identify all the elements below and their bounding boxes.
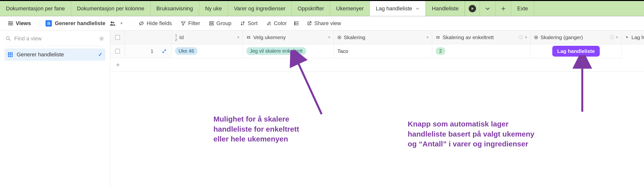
expand-header	[157, 30, 172, 44]
svg-point-1	[111, 22, 112, 24]
column-label: Velg ukemeny	[253, 34, 286, 40]
tab-lag-handleliste[interactable]: Lag handleliste	[370, 1, 426, 16]
tab-label: Ukemenyer	[336, 6, 364, 12]
hide-fields-button[interactable]: Hide fields	[135, 19, 176, 28]
filter-button[interactable]: Filter	[177, 19, 204, 28]
views-menu-button[interactable]: Views	[4, 19, 34, 28]
row-height-button[interactable]	[292, 20, 302, 27]
row-number-header	[125, 30, 157, 44]
linked-record-pill[interactable]: Uke 46	[175, 47, 198, 55]
tab-dropdown-button[interactable]	[480, 1, 495, 16]
find-view-input[interactable]	[14, 36, 96, 42]
add-table-button[interactable]	[495, 1, 511, 16]
button-field-icon	[625, 36, 629, 39]
cell-skalering-enkeltrett[interactable]: Taco	[334, 44, 432, 58]
row-select[interactable]	[110, 44, 125, 58]
table-tabs: Dokumentasjon per fane Dokumentasjon per…	[0, 1, 644, 16]
column-header-lag-handleliste[interactable]: Lag handleliste ⓘ ▾	[622, 30, 644, 44]
tab-ny-uke[interactable]: Ny uke	[199, 1, 228, 16]
row-height-icon	[294, 21, 300, 26]
tab-bruksanvisning[interactable]: Bruksanvisning	[150, 1, 199, 16]
svg-rect-6	[294, 22, 295, 25]
color-button[interactable]: Color	[262, 19, 291, 28]
sort-button[interactable]: Sort	[236, 19, 262, 28]
plus-icon	[501, 6, 506, 11]
annotation-right: Knapp som automatisk lager handleliste b…	[408, 119, 534, 149]
group-icon	[209, 21, 214, 26]
column-label: Skalering	[344, 34, 366, 40]
select-pill: Jeg vil skalere enkeltrett	[246, 47, 306, 55]
svg-rect-5	[210, 24, 214, 25]
linked-record-text: Taco	[337, 48, 348, 54]
tab-extension-button[interactable]	[465, 1, 480, 16]
svg-point-14	[536, 37, 537, 38]
tab-label: Varer og ingredienser	[234, 6, 286, 12]
select-pill: 2	[436, 47, 445, 55]
chevron-down-icon[interactable]: ▾	[427, 35, 428, 40]
chevron-down-icon[interactable]	[416, 7, 420, 10]
find-view-row	[4, 33, 106, 44]
grid-view-icon	[46, 20, 52, 26]
tab-oppskrifter[interactable]: Oppskrifter	[292, 1, 330, 16]
info-icon[interactable]: ⓘ	[519, 34, 523, 40]
link-field-icon	[436, 36, 440, 39]
views-sidebar: Generer handleliste ✓	[0, 30, 110, 187]
tab-handleliste[interactable]: Handleliste	[426, 1, 465, 16]
grid-view-icon	[8, 52, 13, 58]
filter-icon	[181, 21, 186, 26]
single-select-icon	[534, 36, 538, 39]
autonumber-icon: 12	[175, 33, 177, 42]
svg-point-12	[339, 37, 340, 38]
cell-velg-ukemeny[interactable]: Uke 46	[172, 44, 243, 58]
add-row-button[interactable]: +	[110, 58, 644, 72]
tab-dokumentasjon-per-kolonne[interactable]: Dokumentasjon per kolonne	[71, 1, 150, 16]
expand-icon	[162, 49, 166, 54]
cell-skalering-ganger[interactable]: 2	[432, 44, 531, 58]
share-label: Share view	[314, 20, 341, 26]
chevron-down-icon[interactable]: ▾	[328, 35, 330, 40]
column-header-velg-ukemeny[interactable]: Velg ukemeny ▾	[243, 30, 334, 44]
select-all-header[interactable]	[110, 30, 125, 44]
chevron-down-icon[interactable]: ▾	[616, 35, 618, 40]
svg-point-2	[113, 22, 114, 24]
tab-label: Dokumentasjon per kolonne	[77, 6, 144, 12]
toolbar-divider	[39, 20, 39, 27]
tab-label: Handleliste	[432, 6, 458, 12]
column-header-id[interactable]: 12 Id ▾	[172, 30, 243, 44]
cell-skalering[interactable]: Jeg vil skalere enkeltrett	[243, 44, 334, 58]
current-view-chip[interactable]: Generer handleliste ▾	[44, 19, 124, 28]
tab-extensions[interactable]: Extе	[511, 1, 534, 16]
row-number: 1	[125, 44, 157, 58]
annotation-left: Mulighet for å skalere handleliste for e…	[214, 114, 299, 144]
share-view-button[interactable]: Share view	[303, 19, 345, 28]
chevron-down-icon[interactable]: ▾	[120, 21, 122, 26]
sidebar-view-item[interactable]: Generer handleliste ✓	[4, 48, 106, 61]
check-icon: ✓	[98, 52, 102, 58]
group-button[interactable]: Group	[205, 19, 235, 28]
chevron-down-icon[interactable]: ▾	[525, 35, 527, 40]
search-icon	[6, 36, 11, 41]
checkbox-icon	[115, 35, 120, 40]
collaborators-icon[interactable]	[110, 21, 116, 26]
svg-line-8	[9, 39, 10, 40]
hamburger-icon	[8, 21, 13, 26]
lag-handleliste-button[interactable]: Lag handleliste	[552, 46, 600, 56]
tab-label: Ny uke	[205, 6, 222, 12]
column-header-skalering[interactable]: Skalering ▾	[334, 30, 432, 44]
column-label: Id	[179, 34, 184, 40]
play-icon	[469, 5, 476, 12]
tab-varer-og-ingredienser[interactable]: Varer og ingredienser	[228, 1, 292, 16]
paint-icon	[266, 21, 272, 26]
tab-ukemenyer[interactable]: Ukemenyer	[330, 1, 370, 16]
cell-lag-handleliste[interactable]: Lag handleliste	[531, 44, 622, 58]
column-header-skalering-enkeltrett[interactable]: Skalering av enkeltrett ⓘ ▾	[432, 30, 531, 44]
info-icon[interactable]: ⓘ	[610, 34, 614, 40]
single-select-icon	[337, 36, 341, 39]
group-label: Group	[216, 20, 232, 26]
tab-label: Extе	[517, 6, 528, 12]
chevron-down-icon[interactable]: ▾	[237, 35, 239, 40]
column-header-skalering-ganger[interactable]: Skalering (ganger) ⓘ ▾	[531, 30, 622, 44]
expand-record-button[interactable]	[157, 44, 172, 58]
view-settings-button[interactable]	[99, 36, 104, 41]
tab-dokumentasjon-per-fane[interactable]: Dokumentasjon per fane	[0, 1, 71, 16]
